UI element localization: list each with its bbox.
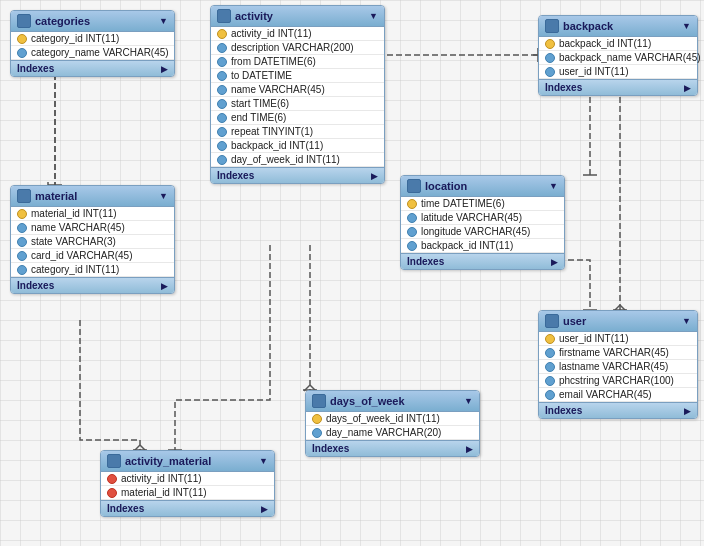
indexes-expand-icon[interactable]: ▶ — [161, 281, 168, 291]
field-row: firstname VARCHAR(45) — [539, 346, 697, 360]
field-icon — [17, 48, 27, 58]
field-row: latitude VARCHAR(45) — [401, 211, 564, 225]
table-header-activity-material: activity_material ▼ — [101, 451, 274, 472]
indexes-row-backpack[interactable]: Indexes ▶ — [539, 79, 697, 95]
table-title-user: user — [563, 315, 678, 327]
field-row: start TIME(6) — [211, 97, 384, 111]
field-icon — [217, 71, 227, 81]
indexes-label: Indexes — [17, 280, 54, 291]
table-title-activity: activity — [235, 10, 365, 22]
field-row: user_id INT(11) — [539, 332, 697, 346]
field-text: lastname VARCHAR(45) — [559, 361, 668, 372]
table-user[interactable]: user ▼ user_id INT(11) firstname VARCHAR… — [538, 310, 698, 419]
field-row: backpack_name VARCHAR(45) — [539, 51, 697, 65]
field-row: name VARCHAR(45) — [211, 83, 384, 97]
table-title-location: location — [425, 180, 545, 192]
table-arrow-categories: ▼ — [159, 16, 168, 26]
field-text: material_id INT(11) — [31, 208, 117, 219]
field-icon — [217, 141, 227, 151]
table-icon-days-of-week — [312, 394, 326, 408]
field-icon — [17, 237, 27, 247]
field-icon — [217, 113, 227, 123]
table-header-user: user ▼ — [539, 311, 697, 332]
field-icon-pk — [17, 34, 27, 44]
field-text: day_of_week_id INT(11) — [231, 154, 340, 165]
indexes-label: Indexes — [107, 503, 144, 514]
field-text: activity_id INT(11) — [121, 473, 202, 484]
table-location[interactable]: location ▼ time DATETIME(6) latitude VAR… — [400, 175, 565, 270]
indexes-label: Indexes — [312, 443, 349, 454]
field-row: material_id INT(11) — [101, 486, 274, 500]
indexes-row-user[interactable]: Indexes ▶ — [539, 402, 697, 418]
field-row: description VARCHAR(200) — [211, 41, 384, 55]
field-row: user_id INT(11) — [539, 65, 697, 79]
indexes-row-days-of-week[interactable]: Indexes ▶ — [306, 440, 479, 456]
field-icon — [407, 227, 417, 237]
field-icon — [17, 265, 27, 275]
table-title-activity-material: activity_material — [125, 455, 255, 467]
table-arrow-location: ▼ — [549, 181, 558, 191]
indexes-label: Indexes — [545, 82, 582, 93]
table-icon-categories — [17, 14, 31, 28]
field-icon — [545, 390, 555, 400]
field-text: to DATETIME — [231, 70, 292, 81]
table-activity[interactable]: activity ▼ activity_id INT(11) descripti… — [210, 5, 385, 184]
field-text: longitude VARCHAR(45) — [421, 226, 530, 237]
field-icon-fk — [107, 474, 117, 484]
field-row: day_of_week_id INT(11) — [211, 153, 384, 167]
table-title-days-of-week: days_of_week — [330, 395, 460, 407]
field-text: firstname VARCHAR(45) — [559, 347, 669, 358]
indexes-expand-icon[interactable]: ▶ — [684, 406, 691, 416]
indexes-row-material[interactable]: Indexes ▶ — [11, 277, 174, 293]
field-text: user_id INT(11) — [559, 333, 628, 344]
indexes-expand-icon[interactable]: ▶ — [551, 257, 558, 267]
field-row: material_id INT(11) — [11, 207, 174, 221]
indexes-row-activity-material[interactable]: Indexes ▶ — [101, 500, 274, 516]
field-icon-pk — [312, 414, 322, 424]
field-text: material_id INT(11) — [121, 487, 207, 498]
indexes-row-location[interactable]: Indexes ▶ — [401, 253, 564, 269]
field-text: state VARCHAR(3) — [31, 236, 116, 247]
field-icon — [407, 241, 417, 251]
field-row: days_of_week_id INT(11) — [306, 412, 479, 426]
table-header-days-of-week: days_of_week ▼ — [306, 391, 479, 412]
field-text: end TIME(6) — [231, 112, 286, 123]
field-row: time DATETIME(6) — [401, 197, 564, 211]
field-icon — [545, 348, 555, 358]
table-material[interactable]: material ▼ material_id INT(11) name VARC… — [10, 185, 175, 294]
table-header-activity: activity ▼ — [211, 6, 384, 27]
field-icon-pk — [17, 209, 27, 219]
indexes-row-activity[interactable]: Indexes ▶ — [211, 167, 384, 183]
field-text: description VARCHAR(200) — [231, 42, 354, 53]
indexes-expand-icon[interactable]: ▶ — [261, 504, 268, 514]
field-text: category_name VARCHAR(45) — [31, 47, 169, 58]
field-text: latitude VARCHAR(45) — [421, 212, 522, 223]
field-row: lastname VARCHAR(45) — [539, 360, 697, 374]
table-backpack[interactable]: backpack ▼ backpack_id INT(11) backpack_… — [538, 15, 698, 96]
indexes-expand-icon[interactable]: ▶ — [466, 444, 473, 454]
table-days-of-week[interactable]: days_of_week ▼ days_of_week_id INT(11) d… — [305, 390, 480, 457]
table-activity-material[interactable]: activity_material ▼ activity_id INT(11) … — [100, 450, 275, 517]
field-text: backpack_name VARCHAR(45) — [559, 52, 701, 63]
indexes-expand-icon[interactable]: ▶ — [684, 83, 691, 93]
table-arrow-activity-material: ▼ — [259, 456, 268, 466]
indexes-row-categories[interactable]: Indexes ▶ — [11, 60, 174, 76]
indexes-expand-icon[interactable]: ▶ — [371, 171, 378, 181]
field-text: from DATETIME(6) — [231, 56, 316, 67]
field-icon — [217, 85, 227, 95]
field-row: activity_id INT(11) — [101, 472, 274, 486]
field-icon — [217, 99, 227, 109]
table-icon-user — [545, 314, 559, 328]
indexes-label: Indexes — [545, 405, 582, 416]
field-row: card_id VARCHAR(45) — [11, 249, 174, 263]
field-text: name VARCHAR(45) — [231, 84, 325, 95]
indexes-label: Indexes — [217, 170, 254, 181]
field-icon-pk — [545, 334, 555, 344]
indexes-expand-icon[interactable]: ▶ — [161, 64, 168, 74]
table-categories[interactable]: categories ▼ category_id INT(11) categor… — [10, 10, 175, 77]
table-arrow-user: ▼ — [682, 316, 691, 326]
table-header-material: material ▼ — [11, 186, 174, 207]
table-title-material: material — [35, 190, 155, 202]
field-row: day_name VARCHAR(20) — [306, 426, 479, 440]
field-row: email VARCHAR(45) — [539, 388, 697, 402]
